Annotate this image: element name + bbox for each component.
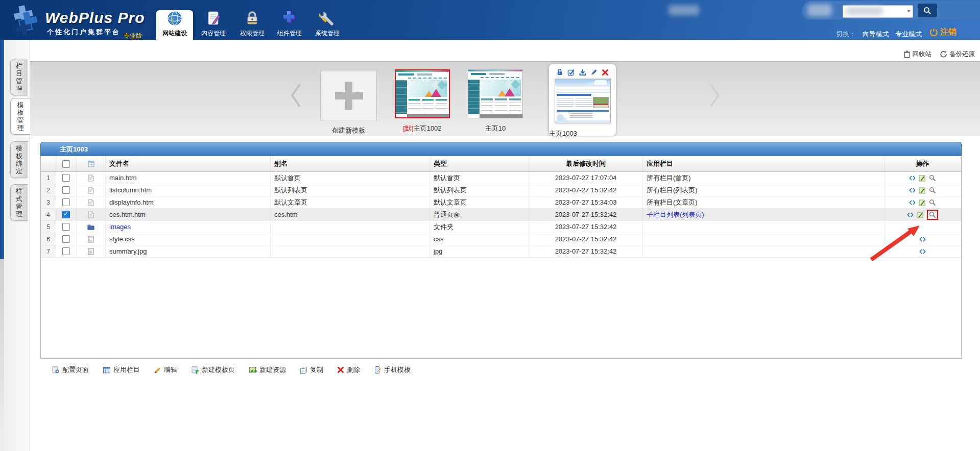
delete-icon [337, 366, 344, 373]
preview-magnifier-icon[interactable] [929, 199, 936, 206]
template-card-1003-selected: 主页1003 [548, 64, 616, 136]
tab-component-management[interactable]: 组件管理 [271, 10, 308, 38]
recycle-bin-button[interactable]: 回收站 [903, 50, 932, 59]
search-scope-select[interactable]: ▾ [843, 5, 913, 18]
page-icon [77, 209, 106, 220]
header-modified: 最后修改时间 [529, 156, 643, 171]
code-icon[interactable] [909, 187, 916, 193]
row-checkbox[interactable] [62, 247, 70, 255]
edit-pencil-icon[interactable] [590, 68, 597, 76]
template-thumbnail-10[interactable] [468, 69, 523, 118]
file-table-panel: 主页1003 文件名 别名 类型 最后修改时间 应用栏目 操作 1 ma [40, 142, 962, 359]
header-search-panel: ▾ [802, 1, 980, 19]
template-label: 主页1003 [549, 129, 616, 138]
carousel-prev-button[interactable] [289, 83, 302, 136]
row-checkbox[interactable] [62, 223, 70, 231]
edit-icon[interactable] [917, 211, 924, 218]
copy-icon [300, 366, 307, 374]
header-type: 类型 [430, 156, 529, 171]
set-default-check-icon[interactable] [567, 68, 575, 76]
panel-title: 主页1003 [40, 142, 962, 156]
redacted-text [807, 4, 832, 16]
logout-button[interactable]: 注销 [929, 27, 957, 38]
sidebar-item-style-management[interactable]: 样式管理 [10, 184, 28, 221]
chevron-right-icon [708, 83, 722, 108]
table-row: 2 listcolumn.htm 默认列表页 默认列表页 2023-07-27 … [41, 184, 961, 196]
edit-icon[interactable] [919, 174, 926, 182]
header-applied: 应用栏目 [643, 156, 885, 171]
power-icon [929, 28, 938, 37]
edit-icon[interactable] [919, 199, 926, 206]
code-icon[interactable] [909, 199, 916, 206]
page-tools: 回收站 备份还原 [903, 50, 975, 59]
header-index [41, 156, 56, 171]
row-checkbox[interactable] [62, 198, 70, 206]
search-icon [923, 7, 931, 15]
apply-column-icon [103, 366, 111, 374]
mobile-template-button[interactable]: 手机模板 [374, 365, 411, 374]
table-row: 7 summary.jpg jpg 2023-07-27 15:32:42 [41, 245, 961, 258]
code-icon[interactable] [919, 248, 926, 255]
select-all-checkbox[interactable] [62, 160, 70, 168]
mode-professional[interactable]: 专业模式 [895, 30, 922, 38]
lock-icon[interactable] [556, 68, 563, 76]
sidebar-accent-strip [0, 40, 4, 259]
preview-magnifier-icon[interactable] [929, 174, 936, 182]
header-filename: 文件名 [106, 156, 271, 171]
table-header-row: 文件名 别名 类型 最后修改时间 应用栏目 操作 [41, 156, 961, 172]
preview-magnifier-icon[interactable] [929, 187, 936, 194]
new-resource-button[interactable]: 新建资源 [249, 365, 286, 374]
code-icon[interactable] [919, 236, 926, 242]
list-file-icon [77, 245, 106, 257]
apply-column-button[interactable]: 应用栏目 [103, 365, 140, 374]
table-row: 3 displayinfo.htm 默认文章页 默认文章页 2023-07-27… [41, 196, 961, 209]
header-operations: 操作 [885, 156, 960, 171]
product-title: WebPlus Pro [45, 9, 145, 27]
copy-button[interactable]: 复制 [300, 365, 323, 374]
new-template-page-button[interactable]: 新建模板页 [191, 365, 235, 374]
delete-button[interactable]: 删除 [337, 365, 360, 374]
search-button[interactable] [918, 4, 937, 17]
download-icon[interactable] [579, 68, 586, 76]
annotation-highlight-box [927, 210, 938, 220]
template-thumbnail-1002[interactable] [395, 69, 450, 118]
webplus-logo-icon [7, 2, 46, 38]
chevron-down-icon: ▾ [907, 8, 910, 14]
row-checkbox-checked[interactable] [62, 211, 70, 218]
globe-icon [156, 10, 193, 29]
tab-site-building[interactable]: 网站建设 [156, 10, 193, 40]
redacted-text [668, 5, 699, 15]
tab-permission-management[interactable]: 权限管理 [234, 10, 271, 38]
template-card-toolbar [549, 68, 616, 77]
edit-button[interactable]: 编辑 [154, 365, 177, 374]
folder-link[interactable]: images [109, 223, 131, 231]
backup-restore-button[interactable]: 备份还原 [940, 50, 975, 59]
tab-content-management[interactable]: 内容管理 [195, 10, 232, 38]
code-icon[interactable] [909, 175, 916, 181]
sidebar-item-template-management[interactable]: 模板管理 [10, 98, 30, 135]
mode-switch: 切换： 向导模式 专业模式 [836, 30, 922, 39]
template-thumbnail-1003[interactable] [555, 79, 611, 123]
carousel-next-button[interactable] [708, 83, 722, 136]
applied-column-link[interactable]: 子栏目列表(列表页) [647, 210, 704, 219]
row-checkbox[interactable] [62, 186, 70, 194]
delete-x-icon[interactable] [602, 69, 609, 76]
redacted-text [846, 7, 883, 15]
mode-wizard[interactable]: 向导模式 [863, 30, 889, 38]
row-checkbox[interactable] [62, 174, 70, 182]
table-row-selected: 4 ces.htm.htm ces.htm 普通页面 2023-07-27 15… [41, 209, 961, 221]
preview-magnifier-icon[interactable] [929, 211, 936, 218]
tools-icon [309, 10, 346, 29]
configure-page-button[interactable]: 配置页面 [52, 365, 89, 374]
new-template-page-icon [191, 366, 199, 374]
edit-icon[interactable] [919, 187, 926, 194]
sidebar: 栏目管理 模板管理 模板绑定 样式管理 [0, 40, 30, 451]
sidebar-item-column-management[interactable]: 栏目管理 [10, 59, 28, 95]
main-content: 回收站 备份还原 创建新模板 [默]主页1002 [30, 40, 980, 451]
tab-system-management[interactable]: 系统管理 [309, 10, 346, 38]
sidebar-item-template-binding[interactable]: 模板绑定 [10, 141, 28, 178]
row-checkbox[interactable] [62, 235, 70, 243]
create-template-button[interactable] [320, 71, 377, 120]
table-row: 6 style.css css 2023-07-27 15:32:42 [41, 233, 961, 245]
code-icon[interactable] [907, 212, 914, 218]
